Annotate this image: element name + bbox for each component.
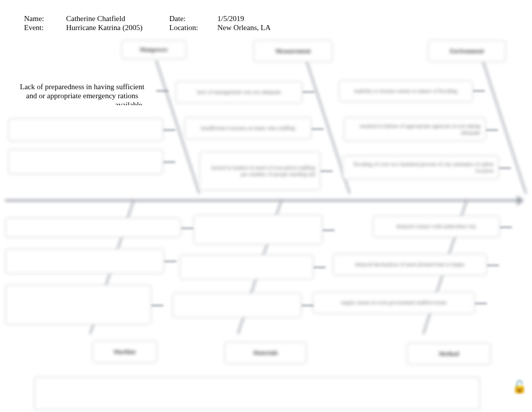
- cause-bot-mid-3: [172, 293, 302, 318]
- stub: [181, 228, 193, 229]
- cause-bot-left-1: [5, 218, 181, 238]
- name-label: Name:: [24, 14, 66, 23]
- stub: [302, 305, 314, 306]
- cause-bot-right-2: delayed declaration of need allotted tim…: [333, 254, 487, 276]
- stub: [163, 161, 175, 163]
- cause-top-right-1: inability to foresee extent or nature of…: [339, 80, 473, 102]
- event-value: Hurricane Katrina (2005): [66, 23, 169, 32]
- stub: [486, 129, 498, 131]
- cause-top-mid-3: lacked in leaders in need of evacuation …: [199, 151, 321, 190]
- category-method: Method: [407, 343, 491, 365]
- stub: [314, 267, 326, 268]
- stub: [323, 230, 335, 231]
- unlock-icon[interactable]: 🔓: [512, 380, 527, 394]
- cause-preparedness: Lack of preparedness in having sufficien…: [8, 79, 156, 105]
- stub: [500, 227, 512, 228]
- cause-line-2: and or appropriate emergency rations: [11, 91, 153, 100]
- date-label: Date:: [169, 14, 217, 23]
- stub: [303, 91, 315, 93]
- cause-bot-mid-2: [179, 255, 314, 280]
- header: Name: Catherine Chatfield Date: 1/5/2019…: [24, 14, 318, 32]
- stub: [475, 303, 487, 304]
- stub: [164, 261, 176, 262]
- stub: [156, 90, 168, 92]
- effect-box: [34, 377, 480, 410]
- category-environment: Environ­ment: [428, 40, 506, 62]
- location-label: Location:: [169, 23, 217, 32]
- location-value: New Orleans, LA: [217, 23, 318, 32]
- category-measurement: Measure­ment: [253, 40, 333, 62]
- cause-bot-mid-1: [193, 215, 323, 245]
- date-value: 1/5/2019: [217, 14, 318, 23]
- name-value: Catherine Chatfield: [66, 14, 169, 23]
- fishbone-spine: [5, 199, 521, 201]
- cause-top-mid-2: insufficient evacuees at many sites staf…: [184, 117, 312, 139]
- header-row-2: Event: Hurricane Katrina (2005) Location…: [24, 23, 318, 32]
- stub: [151, 305, 163, 306]
- stub: [321, 170, 333, 172]
- event-label: Event:: [24, 23, 66, 32]
- cause-top-left-2: [8, 118, 163, 141]
- cause-bot-right-1: delayed contact with authorities city: [373, 216, 500, 238]
- stub: [499, 167, 511, 169]
- cause-top-right-2: resulted in failure of appropriate agenc…: [344, 117, 486, 141]
- stub: [473, 90, 485, 92]
- category-machine: Machine: [92, 341, 157, 363]
- cause-bot-left-3: [5, 285, 151, 325]
- cause-trail: available: [11, 100, 153, 105]
- stub: [312, 128, 324, 130]
- cause-bot-left-2: [5, 249, 164, 274]
- cause-line-1: Lack of preparedness in having sufficien…: [11, 82, 153, 91]
- cause-top-mid-1: lack of management was not adequate: [175, 81, 303, 103]
- cause-top-left-3: [8, 149, 163, 174]
- cause-bot-right-3: supply issues in even government staffed…: [313, 292, 475, 314]
- cause-top-right-3: flooding of over two hundred percent of …: [343, 155, 499, 179]
- category-manpower: Manpower: [121, 40, 186, 59]
- stub: [487, 265, 499, 266]
- category-materials: Materials: [224, 342, 307, 364]
- header-row-1: Name: Catherine Chatfield Date: 1/5/2019: [24, 14, 318, 23]
- stub: [163, 129, 175, 131]
